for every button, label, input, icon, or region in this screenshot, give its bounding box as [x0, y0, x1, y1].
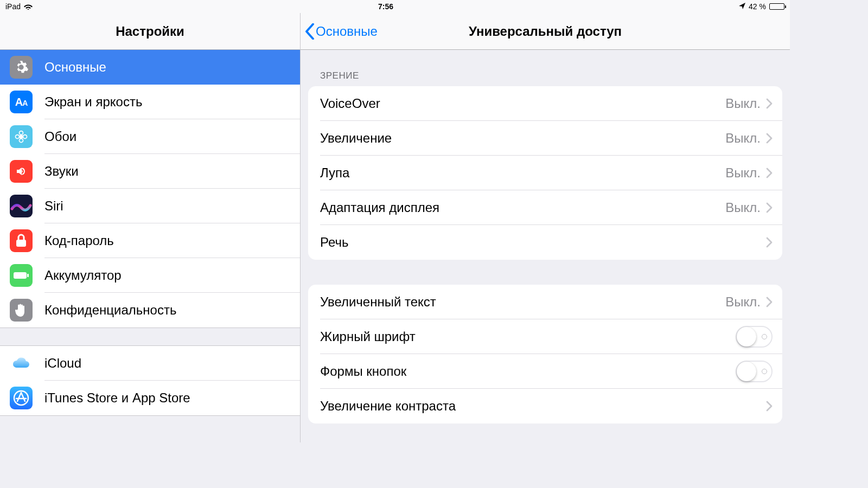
sidebar-item-label: Аккумулятор	[44, 268, 122, 283]
sidebar-item-passcode[interactable]: Код-пароль	[0, 223, 300, 258]
chevron-right-icon	[766, 297, 773, 307]
settings-row[interactable]: Речь	[308, 225, 782, 260]
sidebar-item-display[interactable]: AAЭкран и яркость	[0, 85, 300, 119]
settings-row[interactable]: Увеличение контраста	[308, 389, 782, 423]
aa-icon: AA	[10, 91, 33, 113]
row-label: VoiceOver	[320, 96, 725, 111]
settings-row[interactable]: Формы кнопок	[308, 354, 782, 389]
toggle-switch[interactable]	[736, 361, 773, 382]
status-bar: iPad 7:56 42 %	[0, 0, 790, 13]
row-label: Адаптация дисплея	[320, 200, 725, 215]
sidebar-item-label: Звуки	[44, 164, 79, 179]
toggle-switch[interactable]	[736, 326, 773, 348]
flower-icon	[10, 125, 33, 148]
row-label: Увеличение контраста	[320, 399, 766, 414]
chevron-right-icon	[766, 401, 773, 412]
battery-icon	[10, 264, 33, 287]
detail-scroll[interactable]: ЗРЕНИЕVoiceOverВыкл.УвеличениеВыкл.ЛупаВ…	[301, 50, 790, 442]
gear-icon	[10, 56, 33, 79]
chevron-right-icon	[766, 133, 773, 144]
sidebar-scroll[interactable]: ОсновныеAAЭкран и яркостьОбоиЗвукиSiriКо…	[0, 50, 300, 442]
battery-percent: 42 %	[749, 2, 766, 11]
svg-point-4	[23, 135, 27, 139]
svg-rect-6	[16, 240, 26, 247]
row-value: Выкл.	[725, 96, 761, 111]
sidebar-item-label: Экран и яркость	[44, 94, 142, 110]
sidebar-item-label: iCloud	[44, 356, 81, 371]
chevron-right-icon	[766, 168, 773, 178]
row-label: Увеличение	[320, 131, 725, 146]
svg-point-2	[20, 139, 23, 143]
chevron-right-icon	[766, 202, 773, 213]
settings-row[interactable]: Увеличенный текстВыкл.	[308, 285, 782, 319]
sidebar-item-label: iTunes Store и App Store	[44, 390, 190, 406]
battery-icon	[769, 3, 784, 10]
detail-pane: Основные Универсальный доступ ЗРЕНИЕVoic…	[301, 13, 790, 442]
lock-icon	[10, 229, 33, 252]
row-label: Жирный шрифт	[320, 329, 736, 344]
settings-row[interactable]: Адаптация дисплеяВыкл.	[308, 190, 782, 225]
siri-icon	[10, 195, 33, 217]
wifi-icon	[24, 3, 33, 10]
sidebar-header: Настройки	[0, 13, 300, 50]
chevron-right-icon	[766, 98, 773, 109]
settings-row[interactable]: Жирный шрифт	[308, 319, 782, 354]
sidebar-item-battery[interactable]: Аккумулятор	[0, 258, 300, 293]
location-icon	[739, 2, 745, 11]
hand-icon	[10, 299, 33, 322]
appstore-icon	[10, 387, 33, 409]
sidebar-item-sounds[interactable]: Звуки	[0, 154, 300, 189]
sidebar-item-siri[interactable]: Siri	[0, 189, 300, 223]
sidebar-item-privacy[interactable]: Конфиденциальность	[0, 293, 300, 328]
row-value: Выкл.	[725, 200, 761, 215]
chevron-right-icon	[766, 237, 773, 248]
settings-row[interactable]: УвеличениеВыкл.	[308, 121, 782, 156]
settings-sidebar: Настройки ОсновныеAAЭкран и яркостьОбоиЗ…	[0, 13, 301, 442]
sidebar-item-icloud[interactable]: iCloud	[0, 346, 300, 381]
speaker-icon	[10, 160, 33, 183]
sidebar-item-wallpaper[interactable]: Обои	[0, 119, 300, 154]
detail-header: Основные Универсальный доступ	[301, 13, 790, 50]
svg-point-0	[20, 135, 23, 139]
row-label: Лупа	[320, 165, 725, 181]
sidebar-item-label: Siri	[44, 198, 63, 214]
back-button[interactable]: Основные	[305, 13, 378, 49]
status-time: 7:56	[378, 2, 393, 11]
svg-point-3	[16, 135, 20, 139]
sidebar-title: Настройки	[116, 24, 184, 39]
row-value: Выкл.	[725, 131, 761, 146]
settings-row[interactable]: VoiceOverВыкл.	[308, 86, 782, 121]
sidebar-item-label: Код-пароль	[44, 233, 114, 248]
row-label: Формы кнопок	[320, 364, 736, 379]
row-label: Увеличенный текст	[320, 294, 725, 310]
chevron-left-icon	[305, 23, 315, 40]
svg-rect-7	[14, 272, 27, 279]
settings-row[interactable]: ЛупаВыкл.	[308, 156, 782, 190]
detail-title: Универсальный доступ	[469, 24, 622, 39]
svg-rect-8	[27, 274, 29, 277]
cloud-icon	[10, 352, 33, 375]
row-value: Выкл.	[725, 294, 761, 310]
row-value: Выкл.	[725, 165, 761, 181]
section-header: ЗРЕНИЕ	[301, 50, 790, 86]
back-label: Основные	[316, 24, 378, 39]
sidebar-item-label: Основные	[44, 60, 106, 75]
sidebar-item-label: Конфиденциальность	[44, 303, 176, 318]
sidebar-item-appstore[interactable]: iTunes Store и App Store	[0, 381, 300, 415]
device-label: iPad	[5, 2, 21, 11]
svg-point-1	[20, 131, 23, 135]
sidebar-item-general[interactable]: Основные	[0, 50, 300, 85]
sidebar-item-label: Обои	[44, 129, 76, 144]
row-label: Речь	[320, 235, 766, 250]
